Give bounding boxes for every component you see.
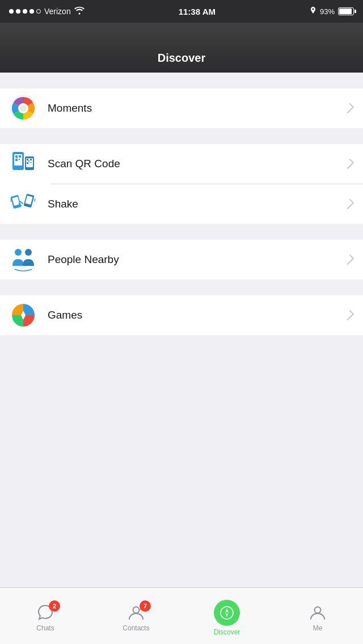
svg-point-24	[25, 249, 32, 256]
section-gap-3	[0, 224, 363, 240]
scan-qr-label: Scan QR Code	[48, 158, 346, 170]
moments-icon	[9, 94, 37, 122]
me-icon	[309, 604, 327, 622]
svg-rect-9	[16, 157, 18, 158]
wifi-icon	[74, 7, 85, 16]
svg-rect-16	[30, 162, 32, 163]
page-title: Discover	[158, 52, 206, 65]
people-nearby-row[interactable]: People Nearby	[0, 240, 363, 279]
signal-dots	[9, 9, 41, 14]
scan-shake-section: Scan QR Code Shake	[0, 144, 363, 224]
chats-badge: 2	[49, 600, 60, 612]
scan-qr-row[interactable]: Scan QR Code	[0, 144, 363, 184]
games-section: Games	[0, 295, 363, 335]
tab-contacts-label: Contacts	[123, 624, 149, 632]
shake-label: Shake	[48, 198, 346, 210]
moments-icon-wrap	[9, 94, 37, 122]
signal-dot-4	[29, 9, 34, 14]
svg-rect-13	[30, 159, 32, 160]
tab-bar: 2 Chats 7 Contacts Dis	[0, 587, 363, 644]
discover-active-bg	[214, 600, 240, 626]
tab-chats-label: Chats	[36, 624, 54, 632]
svg-rect-15	[28, 160, 29, 162]
svg-rect-8	[19, 159, 20, 160]
signal-dot-1	[9, 9, 14, 14]
svg-point-26	[133, 607, 140, 613]
games-label: Games	[48, 309, 346, 321]
nav-header: Discover	[0, 23, 363, 73]
svg-marker-31	[225, 613, 229, 617]
battery-percent: 93%	[320, 7, 335, 16]
moments-label: Moments	[48, 102, 346, 115]
people-nearby-icon	[9, 245, 37, 274]
status-right: 93%	[310, 7, 354, 16]
me-icon-wrap	[309, 604, 327, 622]
tab-discover[interactable]: Discover	[182, 588, 272, 644]
shake-icon-wrap	[9, 190, 37, 218]
signal-dot-5	[36, 9, 41, 14]
contacts-icon-wrap: 7	[127, 604, 145, 622]
tab-me[interactable]: Me	[272, 588, 363, 644]
carrier-label: Verizon	[44, 7, 71, 16]
section-gap-2	[0, 128, 363, 144]
contacts-badge: 7	[140, 600, 151, 612]
signal-dot-3	[23, 9, 27, 14]
battery-fill	[339, 9, 352, 14]
svg-rect-12	[27, 159, 28, 160]
people-nearby-label: People Nearby	[48, 253, 346, 266]
svg-marker-30	[225, 608, 229, 613]
compass-icon	[220, 605, 234, 620]
svg-point-23	[15, 249, 22, 256]
shake-row[interactable]: Shake	[0, 184, 363, 224]
svg-point-32	[315, 607, 321, 613]
battery-icon	[338, 7, 354, 15]
shake-icon	[10, 191, 36, 217]
chats-icon-wrap: 2	[36, 604, 54, 622]
people-nearby-icon-wrap	[9, 245, 37, 274]
discover-icon-wrap	[214, 600, 240, 626]
signal-dot-2	[16, 9, 20, 14]
section-gap-1	[0, 73, 363, 88]
scan-qr-icon	[10, 151, 36, 177]
svg-rect-6	[19, 155, 21, 158]
games-row[interactable]: Games	[0, 295, 363, 335]
tab-discover-label: Discover	[214, 628, 240, 636]
status-left: Verizon	[9, 7, 85, 16]
svg-rect-7	[15, 159, 18, 161]
section-gap-4	[0, 279, 363, 295]
svg-point-2	[20, 105, 27, 112]
status-time: 11:38 AM	[179, 7, 216, 16]
svg-rect-14	[27, 162, 28, 164]
people-section: People Nearby	[0, 240, 363, 279]
tab-contacts[interactable]: 7 Contacts	[91, 588, 182, 644]
location-icon	[310, 7, 316, 16]
content-area: Moments	[0, 73, 363, 335]
moments-row[interactable]: Moments	[0, 88, 363, 128]
games-icon	[9, 301, 37, 329]
tab-me-label: Me	[313, 624, 323, 632]
tab-chats[interactable]: 2 Chats	[0, 588, 91, 644]
games-icon-wrap	[9, 301, 37, 329]
moments-section: Moments	[0, 88, 363, 128]
scan-qr-icon-wrap	[9, 150, 37, 178]
status-bar: Verizon 11:38 AM 93%	[0, 0, 363, 23]
